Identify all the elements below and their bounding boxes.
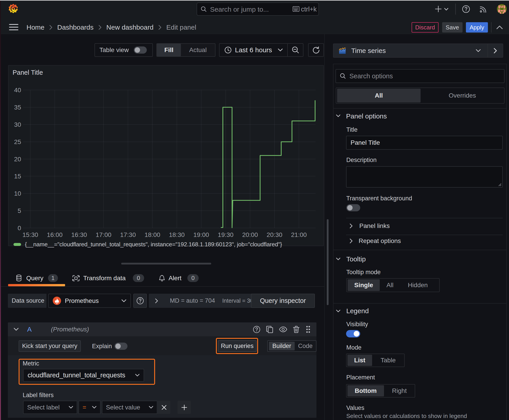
- svg-text:17:30: 17:30: [120, 231, 136, 238]
- svg-text:16:00: 16:00: [47, 231, 63, 238]
- svg-text:20:30: 20:30: [267, 231, 282, 238]
- svg-text:25: 25: [14, 138, 21, 145]
- svg-text:17:00: 17:00: [96, 231, 111, 238]
- svg-text:21:00: 21:00: [291, 231, 307, 238]
- svg-text:16:30: 16:30: [71, 231, 87, 238]
- svg-text:19:00: 19:00: [193, 231, 209, 238]
- svg-text:18:30: 18:30: [169, 231, 185, 238]
- svg-text:18:00: 18:00: [144, 231, 160, 238]
- svg-text:15:30: 15:30: [23, 231, 38, 238]
- svg-text:5: 5: [17, 207, 21, 214]
- svg-text:20: 20: [14, 156, 21, 163]
- svg-text:0: 0: [17, 225, 21, 232]
- svg-text:15: 15: [14, 173, 21, 180]
- svg-text:{__name__="cloudflared_tunnel_: {__name__="cloudflared_tunnel_total_requ…: [25, 241, 282, 248]
- svg-text:10: 10: [14, 190, 21, 197]
- svg-text:30: 30: [14, 121, 21, 128]
- svg-text:35: 35: [14, 104, 21, 111]
- svg-text:19:30: 19:30: [218, 231, 233, 238]
- svg-text:40: 40: [14, 87, 21, 94]
- svg-text:20:00: 20:00: [242, 231, 258, 238]
